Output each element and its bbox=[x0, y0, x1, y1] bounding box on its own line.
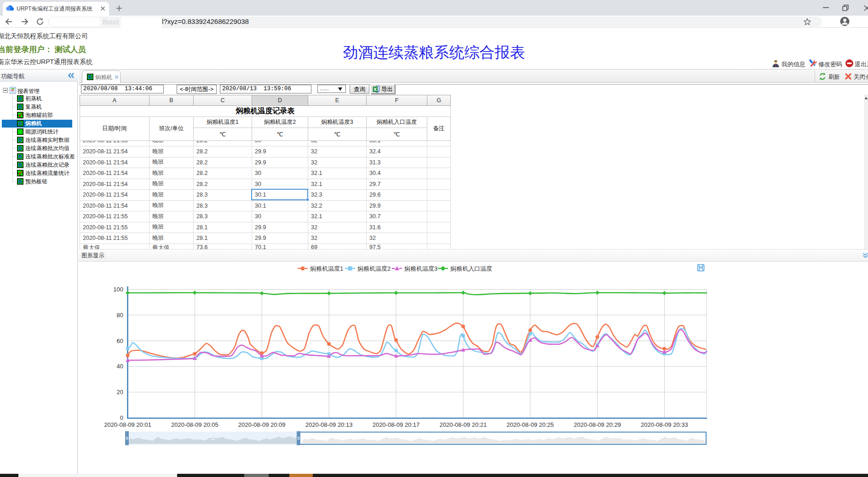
svg-text:0: 0 bbox=[120, 414, 123, 421]
svg-text:40: 40 bbox=[117, 363, 123, 370]
svg-text:焖粮机温度3: 焖粮机温度3 bbox=[404, 265, 437, 272]
svg-text:2020-08-09 20:13: 2020-08-09 20:13 bbox=[305, 421, 353, 428]
svg-text:B: B bbox=[18, 154, 22, 159]
svg-text:B: B bbox=[18, 121, 22, 126]
svg-text:焖粮机入口温度: 焖粮机入口温度 bbox=[450, 265, 492, 272]
svg-text:2020-08-09 20:09: 2020-08-09 20:09 bbox=[238, 421, 286, 428]
svg-text:R: R bbox=[18, 137, 23, 143]
svg-text:B: B bbox=[18, 96, 22, 101]
svg-text:2020-08-09 20:17: 2020-08-09 20:17 bbox=[373, 421, 420, 428]
svg-text:2020-08-09 20:25: 2020-08-09 20:25 bbox=[506, 421, 554, 428]
svg-text:B: B bbox=[18, 145, 22, 151]
svg-text:2020-08-09 20:05: 2020-08-09 20:05 bbox=[171, 421, 218, 428]
svg-text:20: 20 bbox=[117, 389, 123, 396]
svg-text:2020-08-09 20:33: 2020-08-09 20:33 bbox=[641, 421, 688, 428]
svg-text:B: B bbox=[18, 162, 22, 168]
svg-text:2020-08-09 20:21: 2020-08-09 20:21 bbox=[440, 421, 487, 428]
svg-text:2020-08-09 20:29: 2020-08-09 20:29 bbox=[574, 421, 621, 428]
svg-text:2020-08-09 20:01: 2020-08-09 20:01 bbox=[104, 421, 151, 428]
svg-text:B: B bbox=[18, 104, 22, 110]
svg-text:80: 80 bbox=[117, 312, 123, 319]
svg-text:B: B bbox=[18, 179, 22, 184]
svg-text:B: B bbox=[88, 74, 92, 80]
svg-text:60: 60 bbox=[117, 337, 123, 344]
svg-text:焖粮机温度1: 焖粮机温度1 bbox=[310, 265, 343, 272]
svg-text:焖粮机温度2: 焖粮机温度2 bbox=[357, 265, 391, 272]
svg-text:100: 100 bbox=[113, 286, 123, 293]
